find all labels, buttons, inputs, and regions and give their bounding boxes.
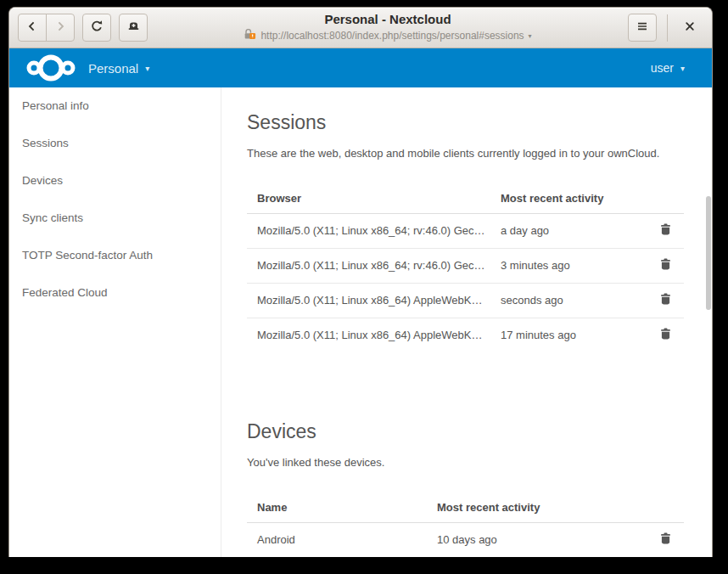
chevron-down-icon[interactable]: ▾ — [529, 32, 532, 40]
trash-icon — [659, 295, 672, 308]
session-browser: Mozilla/5.0 (X11; Linux x86_64) AppleWeb… — [247, 318, 490, 352]
delete-session-button[interactable] — [659, 327, 672, 340]
sidebar-item-sessions[interactable]: Sessions — [9, 125, 221, 162]
session-activity: 17 minutes ago — [490, 318, 646, 352]
titlebar-separator — [667, 14, 668, 42]
session-activity: a day ago — [490, 213, 646, 248]
session-row: Mozilla/5.0 (X11; Linux x86_64; rv:46.0)… — [247, 248, 684, 283]
refresh-icon — [90, 19, 104, 37]
device-activity: 10 days ago — [427, 522, 646, 557]
column-header-name: Name — [247, 492, 427, 522]
column-header-actions — [646, 183, 684, 213]
back-button[interactable] — [18, 14, 47, 42]
nextcloud-header: Personal ▾ user ▾ — [9, 48, 712, 87]
devices-title: Devices — [247, 419, 712, 444]
settings-content: Personal info Sessions Devices Sync clie… — [9, 87, 712, 557]
sessions-title: Sessions — [247, 110, 712, 135]
user-menu-label: user — [651, 61, 674, 75]
chevron-down-icon: ▾ — [680, 64, 685, 73]
browser-titlebar: Personal - Nextcloud http://localhost:80… — [9, 8, 712, 48]
sidebar-item-sync-clients[interactable]: Sync clients — [9, 200, 221, 237]
back-icon — [25, 20, 39, 37]
session-browser: Mozilla/5.0 (X11; Linux x86_64; rv:46.0)… — [247, 248, 490, 283]
session-browser: Mozilla/5.0 (X11; Linux x86_64) AppleWeb… — [247, 283, 490, 318]
table-header-row: Name Most recent activity — [247, 492, 684, 522]
trash-icon — [659, 330, 672, 343]
delete-device-button[interactable] — [659, 532, 672, 545]
table-header-row: Browser Most recent activity — [247, 183, 684, 213]
window-title: Personal - Nextcloud — [324, 12, 451, 27]
sidebar-item-personal-info[interactable]: Personal info — [9, 87, 221, 125]
column-header-activity: Most recent activity — [490, 183, 646, 213]
device-name: Android — [247, 522, 427, 557]
sessions-description: These are the web, desktop and mobile cl… — [247, 146, 712, 161]
user-menu[interactable]: user ▾ — [651, 61, 697, 75]
new-tab-button[interactable] — [119, 14, 148, 42]
refresh-button[interactable] — [82, 14, 111, 42]
delete-session-button[interactable] — [659, 292, 672, 306]
url-bar[interactable]: http://localhost:8080/index.php/settings… — [244, 28, 531, 44]
scrollbar-thumb[interactable] — [706, 196, 711, 310]
devices-section: Devices You've linked these devices. Nam… — [247, 419, 712, 557]
column-header-actions — [646, 492, 684, 522]
insecure-lock-warning-icon — [244, 28, 256, 44]
sessions-section: Sessions These are the web, desktop and … — [247, 110, 712, 352]
session-activity: 3 minutes ago — [490, 248, 646, 283]
trash-icon — [659, 261, 672, 273]
session-row: Mozilla/5.0 (X11; Linux x86_64) AppleWeb… — [247, 283, 684, 318]
forward-button[interactable] — [46, 14, 75, 42]
close-icon — [684, 20, 696, 36]
new-tab-icon — [126, 19, 141, 37]
titlebar-title-block: Personal - Nextcloud http://localhost:80… — [148, 12, 628, 44]
url-text: http://localhost:8080/index.php/settings… — [260, 30, 524, 42]
nav-button-group — [18, 14, 75, 42]
close-button[interactable] — [678, 16, 702, 40]
session-row: Mozilla/5.0 (X11; Linux x86_64; rv:46.0)… — [247, 213, 684, 248]
delete-session-button[interactable] — [659, 222, 672, 236]
menu-button[interactable] — [628, 14, 657, 42]
app-menu[interactable]: Personal ▾ — [88, 61, 149, 76]
app-menu-label: Personal — [88, 61, 138, 76]
column-header-activity: Most recent activity — [427, 492, 646, 522]
settings-sidebar: Personal info Sessions Devices Sync clie… — [9, 87, 221, 557]
hamburger-menu-icon — [636, 20, 649, 37]
session-activity: seconds ago — [490, 283, 646, 318]
device-row: Android 10 days ago — [247, 522, 684, 557]
devices-description: You've linked these devices. — [247, 455, 712, 470]
devices-table: Name Most recent activity Android 10 day… — [247, 492, 684, 557]
settings-main: Sessions These are the web, desktop and … — [221, 87, 712, 557]
sidebar-item-devices[interactable]: Devices — [9, 162, 221, 200]
chevron-down-icon: ▾ — [145, 64, 149, 73]
sidebar-item-federated-cloud[interactable]: Federated Cloud — [9, 274, 221, 312]
session-row: Mozilla/5.0 (X11; Linux x86_64) AppleWeb… — [247, 318, 684, 352]
column-header-browser: Browser — [247, 183, 490, 213]
trash-icon — [659, 535, 672, 548]
trash-icon — [659, 226, 672, 239]
nextcloud-logo[interactable] — [25, 53, 77, 82]
session-browser: Mozilla/5.0 (X11; Linux x86_64; rv:46.0)… — [247, 213, 490, 248]
desktop-background: Personal - Nextcloud http://localhost:80… — [0, 0, 728, 574]
browser-window: Personal - Nextcloud http://localhost:80… — [8, 7, 713, 557]
sidebar-item-totp[interactable]: TOTP Second-factor Auth — [9, 237, 221, 274]
delete-session-button[interactable] — [659, 257, 672, 271]
sessions-table: Browser Most recent activity Mozilla/5.0… — [247, 183, 684, 352]
forward-icon — [53, 20, 67, 37]
